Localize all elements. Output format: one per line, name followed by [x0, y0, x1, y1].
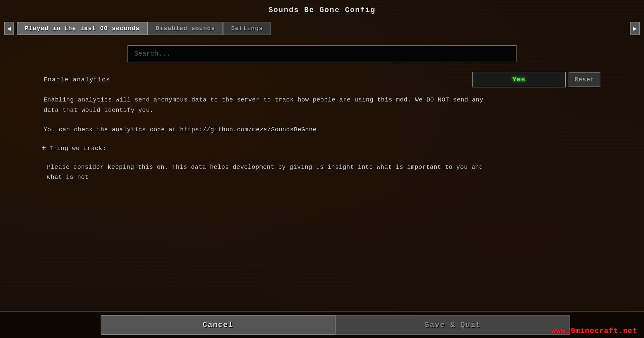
analytics-reset-button[interactable]: Reset	[569, 72, 600, 87]
analytics-controls: Yes Reset	[472, 72, 600, 87]
bottom-bar: Cancel Save & Quit www.9minecraft.net	[0, 311, 644, 338]
tab-settings[interactable]: Settings	[223, 22, 271, 35]
things-we-track-label: Thing we track:	[49, 145, 106, 152]
app-container: Sounds Be Gone Config ◀ Played in the la…	[0, 0, 644, 338]
description-block-2: You can check the analytics code at http…	[40, 125, 604, 135]
chevron-right-icon: ▶	[633, 25, 637, 32]
main-content: Enable analytics Yes Reset Enabling anal…	[0, 39, 644, 311]
search-input[interactable]	[127, 45, 517, 62]
analytics-label: Enable analytics	[44, 76, 110, 83]
description-text-2: You can check the analytics code at http…	[44, 125, 496, 135]
description-text-1: Enabling analytics will send anonymous d…	[44, 95, 496, 115]
description-block-1: Enabling analytics will send anonymous d…	[40, 95, 604, 115]
tab-bar: ◀ Played in the last 60 seconds Disabled…	[0, 18, 644, 39]
analytics-setting-row: Enable analytics Yes Reset	[40, 72, 604, 87]
search-container	[40, 45, 604, 62]
save-quit-button[interactable]: Save & Quit	[335, 315, 570, 335]
consider-text: Please consider keeping this on. This da…	[44, 162, 496, 183]
tab-arrow-left[interactable]: ◀	[4, 22, 14, 35]
tab-disabled-sounds[interactable]: Disabled sounds	[148, 22, 223, 35]
cancel-button[interactable]: Cancel	[101, 315, 335, 335]
page-title: Sounds Be Gone Config	[0, 0, 644, 18]
description-block-3: Please consider keeping this on. This da…	[40, 162, 604, 183]
tabs-container: Played in the last 60 seconds Disabled s…	[17, 22, 271, 35]
expand-icon: +	[42, 144, 46, 153]
analytics-yes-button[interactable]: Yes	[472, 72, 566, 87]
tab-played[interactable]: Played in the last 60 seconds	[17, 22, 148, 35]
chevron-left-icon: ◀	[7, 25, 11, 32]
bottom-buttons: Cancel Save & Quit	[0, 315, 644, 335]
expandable-row[interactable]: + Thing we track:	[40, 144, 604, 153]
tab-arrow-right[interactable]: ▶	[630, 22, 640, 35]
